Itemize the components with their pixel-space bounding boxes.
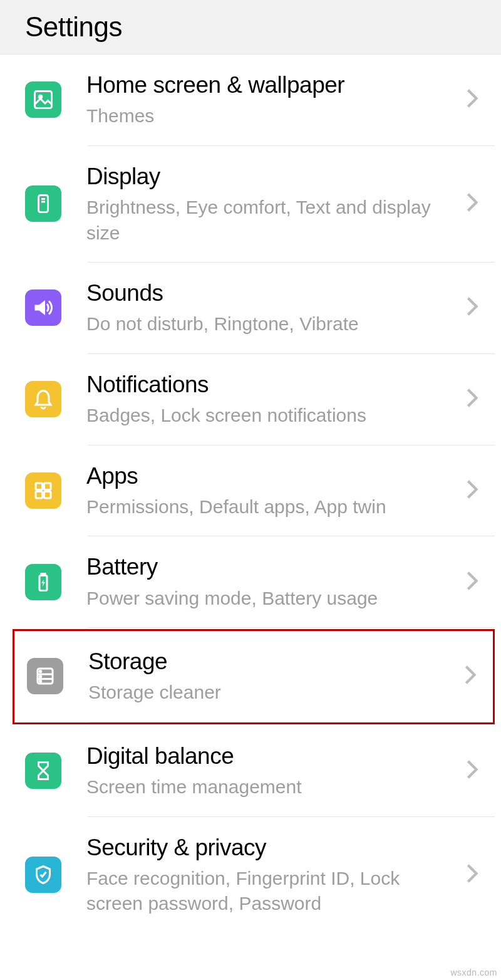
settings-item-notifications[interactable]: Notifications Badges, Lock screen notifi… (0, 354, 501, 445)
svg-rect-3 (36, 483, 43, 490)
item-title: Security & privacy (86, 833, 458, 862)
item-text: Notifications Badges, Lock screen notifi… (86, 370, 458, 429)
divider (90, 722, 493, 722)
chevron-right-icon (466, 570, 478, 594)
item-title: Notifications (86, 370, 458, 399)
item-subtitle: Screen time management (86, 774, 458, 800)
chevron-right-icon (466, 759, 478, 783)
svg-point-11 (39, 676, 41, 677)
svg-rect-2 (39, 195, 48, 212)
sound-icon (25, 289, 61, 326)
page-title: Settings (25, 11, 476, 43)
svg-rect-8 (41, 573, 45, 575)
chevron-right-icon (466, 88, 478, 112)
bell-icon (25, 381, 61, 417)
item-text: Sounds Do not disturb, Ringtone, Vibrate (86, 279, 458, 337)
chevron-right-icon (466, 479, 478, 503)
item-text: Apps Permissions, Default apps, App twin (86, 462, 458, 520)
chevron-right-icon (464, 664, 477, 688)
item-title: Display (86, 162, 458, 191)
item-title: Apps (86, 462, 458, 491)
item-title: Home screen & wallpaper (86, 71, 458, 100)
settings-item-apps[interactable]: Apps Permissions, Default apps, App twin (0, 446, 501, 536)
item-text: Security & privacy Face recognition, Fin… (86, 833, 458, 917)
shield-icon (25, 857, 61, 893)
settings-list: Home screen & wallpaper Themes Display B… (0, 55, 501, 933)
settings-item-digital-balance[interactable]: Digital balance Screen time management (0, 726, 501, 816)
svg-point-10 (39, 671, 41, 672)
item-subtitle: Do not disturb, Ringtone, Vibrate (86, 311, 458, 337)
battery-icon (25, 564, 61, 600)
item-title: Sounds (86, 279, 458, 308)
svg-point-12 (39, 680, 41, 682)
item-text: Storage Storage cleaner (88, 647, 457, 706)
svg-rect-5 (36, 491, 43, 498)
phone-icon (25, 185, 61, 222)
item-subtitle: Badges, Lock screen notifications (86, 403, 458, 429)
chevron-right-icon (466, 192, 478, 216)
svg-rect-0 (35, 91, 52, 108)
item-subtitle: Face recognition, Fingerprint ID, Lock s… (86, 866, 458, 917)
settings-item-display[interactable]: Display Brightness, Eye comfort, Text an… (0, 146, 501, 262)
settings-item-sounds[interactable]: Sounds Do not disturb, Ringtone, Vibrate (0, 263, 501, 353)
settings-item-battery[interactable]: Battery Power saving mode, Battery usage (0, 536, 501, 627)
item-text: Digital balance Screen time management (86, 742, 458, 800)
item-title: Digital balance (86, 742, 458, 771)
item-subtitle: Storage cleaner (88, 680, 457, 706)
item-subtitle: Brightness, Eye comfort, Text and displa… (86, 195, 458, 246)
divider (88, 627, 495, 628)
chevron-right-icon (466, 387, 478, 411)
item-subtitle: Power saving mode, Battery usage (86, 586, 458, 612)
settings-item-storage[interactable]: Storage Storage cleaner (14, 631, 493, 722)
chevron-right-icon (466, 863, 478, 887)
hourglass-icon (25, 753, 61, 789)
grid-icon (25, 472, 61, 509)
svg-rect-4 (44, 483, 51, 490)
settings-item-home-screen[interactable]: Home screen & wallpaper Themes (0, 55, 501, 145)
header: Settings (0, 0, 501, 55)
item-title: Storage (88, 647, 457, 676)
settings-item-security-privacy[interactable]: Security & privacy Face recognition, Fin… (0, 817, 501, 933)
chevron-right-icon (466, 296, 478, 320)
storage-icon (27, 658, 63, 694)
item-subtitle: Themes (86, 103, 458, 129)
item-text: Display Brightness, Eye comfort, Text an… (86, 162, 458, 246)
item-text: Battery Power saving mode, Battery usage (86, 553, 458, 611)
highlight-annotation: Storage Storage cleaner (13, 629, 495, 724)
image-icon (25, 81, 61, 118)
item-title: Battery (86, 553, 458, 581)
item-text: Home screen & wallpaper Themes (86, 71, 458, 129)
svg-rect-6 (44, 491, 51, 498)
item-subtitle: Permissions, Default apps, App twin (86, 494, 458, 520)
